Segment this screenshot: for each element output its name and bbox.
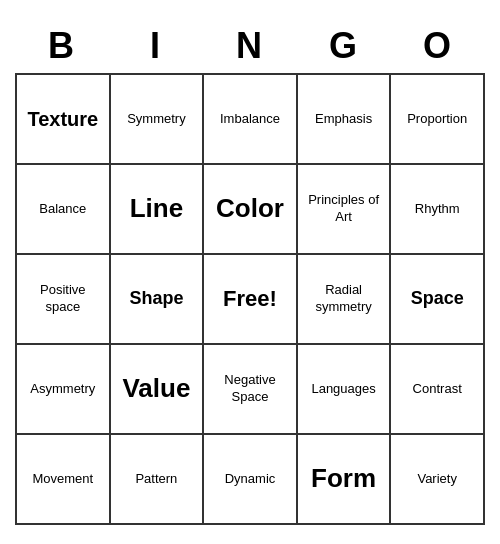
bingo-cell: Free! xyxy=(204,255,298,345)
bingo-cell: Form xyxy=(298,435,392,525)
bingo-cell: Symmetry xyxy=(111,75,205,165)
bingo-cell: Positive space xyxy=(17,255,111,345)
bingo-header: BINGO xyxy=(15,19,485,73)
bingo-cell: Color xyxy=(204,165,298,255)
bingo-cell: Negative Space xyxy=(204,345,298,435)
bingo-cell: Contrast xyxy=(391,345,485,435)
bingo-header-letter: I xyxy=(109,19,203,73)
bingo-cell: Space xyxy=(391,255,485,345)
bingo-cell: Rhythm xyxy=(391,165,485,255)
bingo-cell: Languages xyxy=(298,345,392,435)
bingo-cell: Imbalance xyxy=(204,75,298,165)
bingo-cell: Line xyxy=(111,165,205,255)
bingo-header-letter: N xyxy=(203,19,297,73)
bingo-grid: TextureSymmetryImbalanceEmphasisProporti… xyxy=(15,73,485,525)
bingo-cell: Pattern xyxy=(111,435,205,525)
bingo-cell: Asymmetry xyxy=(17,345,111,435)
bingo-card: BINGO TextureSymmetryImbalanceEmphasisPr… xyxy=(15,19,485,525)
bingo-cell: Value xyxy=(111,345,205,435)
bingo-cell: Proportion xyxy=(391,75,485,165)
bingo-cell: Variety xyxy=(391,435,485,525)
bingo-header-letter: O xyxy=(391,19,485,73)
bingo-cell: Radial symmetry xyxy=(298,255,392,345)
bingo-cell: Principles of Art xyxy=(298,165,392,255)
bingo-header-letter: G xyxy=(297,19,391,73)
bingo-cell: Dynamic xyxy=(204,435,298,525)
bingo-cell: Balance xyxy=(17,165,111,255)
bingo-cell: Emphasis xyxy=(298,75,392,165)
bingo-header-letter: B xyxy=(15,19,109,73)
bingo-cell: Texture xyxy=(17,75,111,165)
bingo-cell: Shape xyxy=(111,255,205,345)
bingo-cell: Movement xyxy=(17,435,111,525)
